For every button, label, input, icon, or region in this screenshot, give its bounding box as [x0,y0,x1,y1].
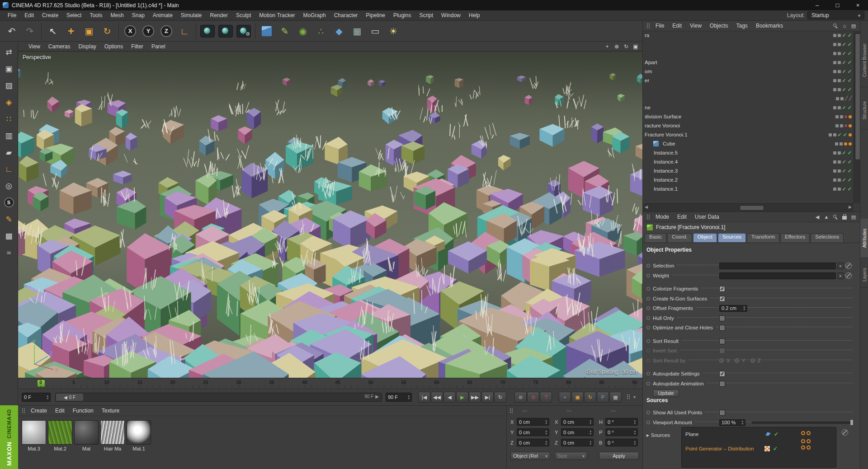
layer-chip-icon[interactable] [838,43,841,46]
menu-plugins[interactable]: Plugins [389,12,415,19]
layer-chip-icon[interactable] [833,79,836,82]
drag-handle-icon[interactable] [627,394,631,400]
enabled-check-icon[interactable]: ✓ [842,105,846,110]
layer-chip-icon[interactable] [833,178,836,182]
dock-tab-content-browser[interactable]: Content Browser [860,33,868,87]
animation-dot-icon[interactable] [646,287,650,291]
enabled-check-icon[interactable]: ✓ [848,159,852,164]
tag-dot-icon[interactable] [849,124,852,127]
tag-dot-icon[interactable] [844,142,847,145]
render-picture-viewer-button[interactable] [217,22,235,40]
attribute-menu-edit[interactable]: Edit [673,214,691,220]
tab-sources[interactable]: Sources [718,233,746,242]
end-frame-spinner[interactable]: ▴▾ [408,394,410,400]
add-light-button[interactable]: ☀ [384,22,402,40]
texture-mode-button[interactable]: ▨ [2,79,16,92]
tab-coord[interactable]: Coord. [667,233,692,242]
position-x-field[interactable]: 0 cm▴▾ [517,418,549,426]
reference-field[interactable] [719,263,836,269]
texture-lock-button[interactable]: ▩ [2,229,16,243]
animation-dot-icon[interactable] [646,421,650,424]
toggle-view-icon[interactable]: ▣ [632,42,640,51]
field-spinner[interactable]: ▴▾ [634,440,636,446]
prev-key-button[interactable]: ◀◀ [431,392,443,403]
material-item-mat-1[interactable]: Mat.1 [127,420,151,451]
field-spinner[interactable]: ▴▾ [634,430,636,435]
layer-chip-icon[interactable] [840,115,843,118]
menu-character[interactable]: Character [330,12,362,19]
rotation-p-field[interactable]: 0 °▴▾ [605,428,638,436]
radio-x[interactable] [719,358,724,363]
enabled-check-icon[interactable]: ✓ [842,60,846,65]
add-mograph-object-button[interactable]: ∴ [312,22,330,40]
object-row-blank-6[interactable]: ✓✓ [643,85,854,94]
field-spinner[interactable]: ▴▾ [743,305,745,311]
menu-simulate[interactable]: Simulate [177,12,206,19]
play-button[interactable]: ▶ [456,392,468,403]
layer-chip-icon[interactable] [833,61,836,64]
enabled-check-icon[interactable]: ✓ [848,60,852,65]
size-x-field[interactable]: 0 cm▴▾ [561,418,594,426]
material-item-mat-2[interactable]: Mat.2 [48,420,72,451]
layer-chip-icon[interactable] [838,52,841,55]
camera-label[interactable]: Perspective [23,54,51,61]
layer-chip-icon[interactable] [838,169,841,173]
layer-chip-icon[interactable] [838,106,841,109]
add-spline-pen-button[interactable]: ✎ [276,22,294,40]
enabled-check-icon[interactable]: ✓ [848,51,852,56]
object-row-ra[interactable]: ra✓✓ [643,31,854,40]
object-manager-menu-edit[interactable]: Edit [668,23,686,29]
add-environment-button[interactable]: ▦ [348,22,366,40]
minimize-button[interactable]: – [807,0,827,10]
tag-dot-icon[interactable] [849,115,852,118]
key-pla-toggle[interactable]: ▦ [609,392,622,403]
source-enabled-check-icon[interactable]: ✓ [774,431,778,437]
coordinate-system-button[interactable]: ∟ [175,22,193,40]
menu-pipeline[interactable]: Pipeline [362,12,389,19]
frame-spinner[interactable]: ▴▾ [47,394,48,400]
enabled-check-icon[interactable]: ✓ [843,132,847,137]
menu-create[interactable]: Create [38,12,62,19]
layer-chip-icon[interactable] [838,70,841,73]
object-manager-menu-bookmarks[interactable]: Bookmarks [752,23,787,29]
animation-dot-icon[interactable] [646,297,650,300]
object-row-instance-3[interactable]: Instance.3✓✓ [643,166,854,175]
live-selection-button[interactable]: ↖ [44,22,62,40]
tab-transform[interactable]: Transform [747,233,779,242]
expand-arrow-icon[interactable]: ▸ [646,432,649,438]
layer-chip-icon[interactable] [838,88,841,91]
goto-end-button[interactable]: ▶| [481,392,494,403]
record-objects-button[interactable]: ⊘ [514,392,527,403]
drag-handle-icon[interactable] [646,214,651,220]
update-button[interactable]: Update [653,389,679,397]
field-spinner[interactable]: ▴▾ [545,419,547,425]
field-spinner[interactable]: ▴▾ [545,430,547,435]
material-item-mat-3[interactable]: Mat.3 [22,420,46,451]
tag-dot-icon[interactable] [849,133,852,136]
orange-dot-icon[interactable] [807,446,811,450]
reference-field[interactable] [719,272,836,279]
checkbox-autoupdate-animation[interactable] [719,381,725,387]
field-spinner[interactable]: ▴▾ [634,419,636,425]
layer-chip-icon[interactable] [833,70,836,73]
enabled-check-icon[interactable]: ✓ [848,150,852,155]
enabled-check-icon[interactable]: ✓ [848,87,852,92]
panel-icon[interactable]: ▤ [850,22,857,29]
viewport-menu-panel[interactable]: Panel [147,43,170,50]
menu-motion-tracker[interactable]: Motion Tracker [255,12,299,19]
object-manager-menu-tags[interactable]: Tags [732,23,752,29]
enabled-check-icon[interactable]: ✓ [842,51,846,56]
menu-snap[interactable]: Snap [128,12,149,19]
keyframe-selection-button[interactable]: ? [540,392,552,403]
enabled-check-icon[interactable]: ✓ [838,132,842,137]
drag-handle-icon[interactable] [22,408,26,414]
object-row-instance-5[interactable]: Instance.5✓✓ [643,148,854,157]
neutral-slash-icon[interactable]: ╱ [849,96,852,101]
enabled-check-icon[interactable]: ✓ [848,169,852,174]
lock-y-axis-button[interactable]: Y [139,22,157,40]
layout-dropdown[interactable]: Startup ▾ [807,11,864,19]
maximize-button[interactable]: □ [827,0,848,10]
picker-button[interactable]: ▸ [837,263,844,269]
layer-chip-icon[interactable] [833,43,836,46]
animation-dot-icon[interactable] [646,326,650,329]
